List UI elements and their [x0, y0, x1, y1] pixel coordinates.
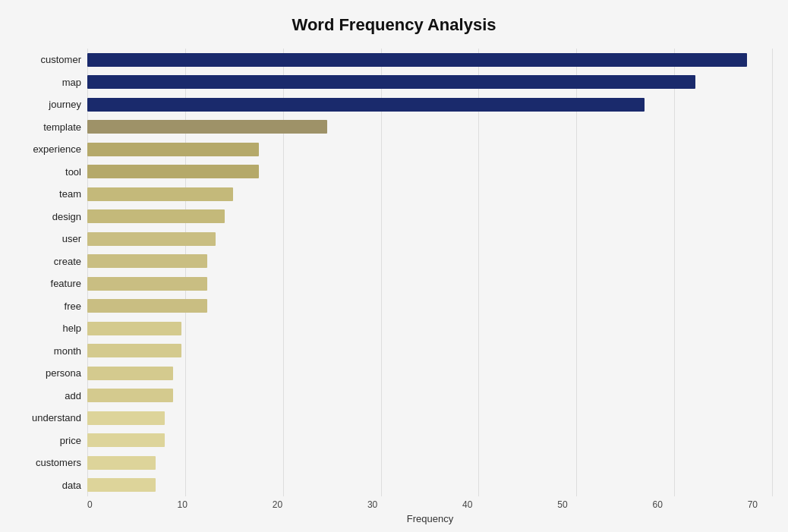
- y-label: data: [62, 475, 81, 495]
- bar-row: [87, 387, 773, 404]
- x-tick: 30: [367, 499, 377, 510]
- x-axis: 010203040506070: [87, 499, 773, 510]
- y-label: understand: [32, 408, 81, 428]
- y-label: design: [52, 206, 81, 226]
- bar: [87, 143, 259, 156]
- y-label: template: [43, 117, 81, 137]
- bar-row: [87, 253, 773, 269]
- bar-row: [87, 342, 773, 359]
- y-label: free: [65, 296, 81, 316]
- bar-row: [87, 74, 773, 90]
- bar-row: [87, 365, 773, 382]
- bar-row: [87, 410, 773, 427]
- bar-row: [87, 186, 773, 203]
- bar: [87, 389, 173, 402]
- bar-row: [87, 96, 773, 113]
- y-label: experience: [33, 140, 81, 159]
- bars-wrapper: [87, 49, 773, 496]
- y-label: feature: [51, 274, 81, 294]
- bar-row: [87, 208, 773, 225]
- bar: [87, 75, 695, 89]
- bar-row: [87, 118, 773, 135]
- bar: [87, 411, 165, 425]
- bar: [87, 299, 207, 313]
- x-axis-label: Frequency: [87, 513, 773, 524]
- bar-row: [87, 52, 773, 68]
- bar: [87, 478, 156, 492]
- bar: [87, 322, 181, 335]
- bar: [87, 456, 156, 470]
- bar: [87, 344, 181, 357]
- y-label: map: [62, 72, 81, 92]
- y-label: month: [54, 341, 81, 360]
- y-label: user: [62, 229, 81, 249]
- y-label: customers: [36, 453, 81, 473]
- y-label: team: [59, 184, 81, 204]
- bar: [87, 209, 225, 223]
- bar: [87, 165, 259, 178]
- bar-row: [87, 477, 773, 493]
- bar-row: [87, 231, 773, 247]
- y-label: create: [54, 251, 81, 271]
- x-tick: 0: [87, 499, 93, 510]
- bar: [87, 187, 233, 201]
- x-tick: 60: [652, 499, 662, 510]
- x-tick: 20: [273, 499, 282, 510]
- bar-row: [87, 455, 773, 471]
- bar: [87, 277, 207, 291]
- bar-row: [87, 297, 773, 314]
- bar: [87, 53, 747, 67]
- bar: [87, 254, 207, 268]
- y-label: customer: [41, 50, 81, 70]
- y-label: price: [60, 430, 81, 450]
- y-label: help: [62, 319, 81, 338]
- y-label: journey: [49, 95, 81, 115]
- bar-row: [87, 141, 773, 158]
- chart-area: customermapjourneytemplateexperiencetool…: [15, 49, 773, 496]
- bars-and-grid: [87, 49, 773, 496]
- x-tick: 50: [557, 499, 567, 510]
- bar-row: [87, 163, 773, 180]
- bar: [87, 120, 327, 134]
- bar: [87, 232, 216, 246]
- x-tick: 40: [462, 499, 472, 510]
- bar: [87, 367, 173, 380]
- chart-container: Word Frequency Analysis customermapjourn…: [0, 0, 788, 532]
- x-tick: 10: [178, 499, 188, 510]
- bar-row: [87, 320, 773, 337]
- bar-row: [87, 275, 773, 292]
- y-label: add: [65, 386, 81, 405]
- bar: [87, 98, 645, 112]
- x-tick: 70: [748, 499, 758, 510]
- y-labels: customermapjourneytemplateexperiencetool…: [15, 49, 87, 496]
- y-label: tool: [65, 162, 81, 181]
- x-ticks: 010203040506070: [87, 499, 758, 510]
- bar-row: [87, 432, 773, 449]
- y-label: persona: [46, 364, 81, 383]
- bar: [87, 433, 165, 447]
- chart-title: Word Frequency Analysis: [15, 15, 773, 35]
